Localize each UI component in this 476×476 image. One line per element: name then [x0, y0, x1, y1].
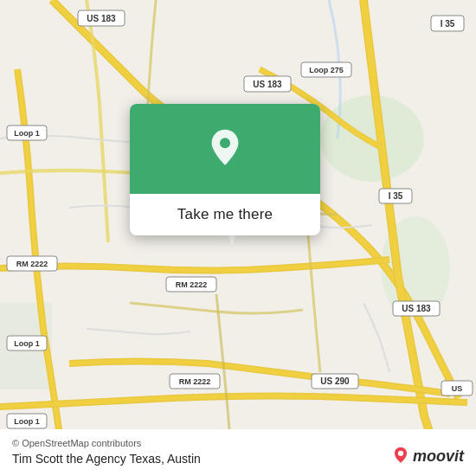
svg-text:US 183: US 183: [402, 304, 431, 313]
svg-text:I 35: I 35: [441, 19, 455, 29]
moovit-pin-icon: [391, 447, 410, 466]
svg-text:US: US: [452, 384, 463, 393]
card-green-header: [130, 104, 320, 194]
svg-text:Loop 1: Loop 1: [14, 339, 40, 348]
svg-point-1: [320, 95, 424, 182]
svg-text:RM 2222: RM 2222: [176, 280, 208, 289]
svg-text:RM 2222: RM 2222: [16, 260, 48, 268]
svg-text:US 290: US 290: [320, 376, 350, 386]
moovit-brand-text: moovit: [413, 447, 464, 466]
take-me-there-button[interactable]: Take me there: [177, 206, 273, 223]
card-button-section[interactable]: Take me there: [130, 194, 320, 235]
svg-point-33: [220, 138, 230, 148]
svg-text:US 183: US 183: [87, 14, 116, 23]
location-pin-icon: [204, 128, 246, 170]
svg-text:Loop 1: Loop 1: [14, 129, 40, 138]
svg-text:RM 2222: RM 2222: [179, 377, 211, 386]
svg-text:Loop 1: Loop 1: [14, 417, 40, 426]
map-roads: US 183 Loop 1 US 183 Loop 275 I 35 I 35 …: [0, 0, 476, 476]
location-card: Take me there: [130, 104, 320, 235]
svg-text:Loop 275: Loop 275: [309, 66, 344, 74]
map-container: US 183 Loop 1 US 183 Loop 275 I 35 I 35 …: [0, 0, 476, 476]
svg-text:I 35: I 35: [389, 191, 403, 201]
svg-point-34: [398, 451, 403, 456]
moovit-logo: moovit: [391, 447, 464, 466]
svg-text:US 183: US 183: [253, 80, 282, 89]
